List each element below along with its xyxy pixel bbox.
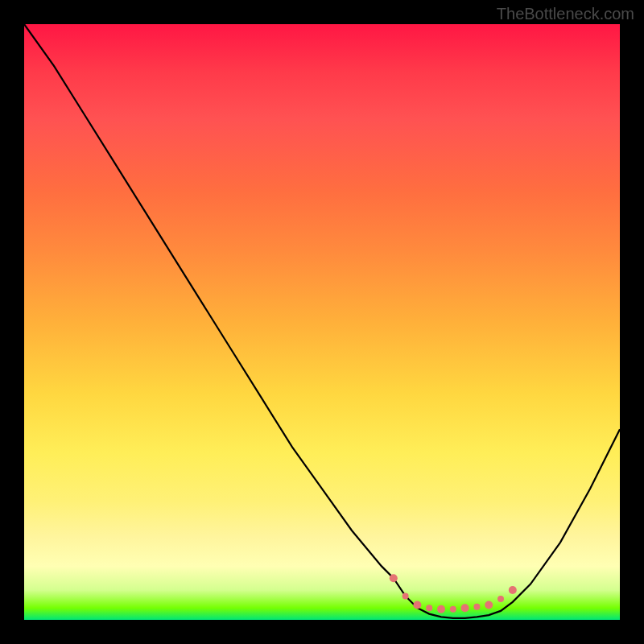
sweet-spot-dot — [450, 606, 456, 613]
sweet-spot-dot — [497, 596, 504, 602]
bottleneck-curve-svg — [24, 24, 620, 620]
sweet-spot-dot — [402, 592, 409, 599]
sweet-spot-dots — [390, 574, 517, 613]
sweet-spot-dot — [413, 601, 421, 609]
bottleneck-curve-line — [24, 24, 620, 618]
sweet-spot-dot — [461, 604, 469, 612]
watermark-text: TheBottleneck.com — [497, 5, 634, 23]
sweet-spot-dot — [485, 601, 493, 609]
sweet-spot-dot — [426, 605, 432, 611]
chart-area — [24, 24, 620, 620]
sweet-spot-dot — [437, 605, 445, 613]
sweet-spot-dot — [509, 586, 517, 594]
sweet-spot-dot — [390, 574, 398, 582]
sweet-spot-dot — [473, 604, 480, 610]
